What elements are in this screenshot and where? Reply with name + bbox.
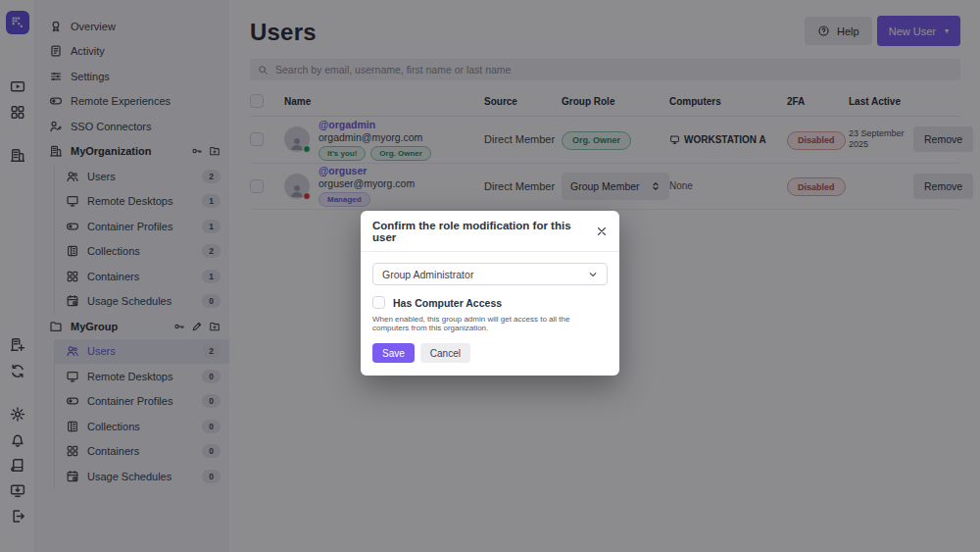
helper-text: When enabled, this group admin will get … xyxy=(372,315,608,332)
close-icon[interactable] xyxy=(596,226,608,237)
computer-access-checkbox[interactable] xyxy=(372,296,385,309)
save-button[interactable]: Save xyxy=(372,343,415,363)
role-select[interactable]: Group Administrator xyxy=(372,263,608,285)
cancel-button[interactable]: Cancel xyxy=(420,343,470,363)
role-confirmation-modal: Confirm the role modification for this u… xyxy=(361,211,619,376)
modal-title: Confirm the role modification for this u… xyxy=(372,220,596,243)
chevron-down-icon xyxy=(588,270,598,279)
checkbox-label: Has Computer Access xyxy=(393,297,502,309)
